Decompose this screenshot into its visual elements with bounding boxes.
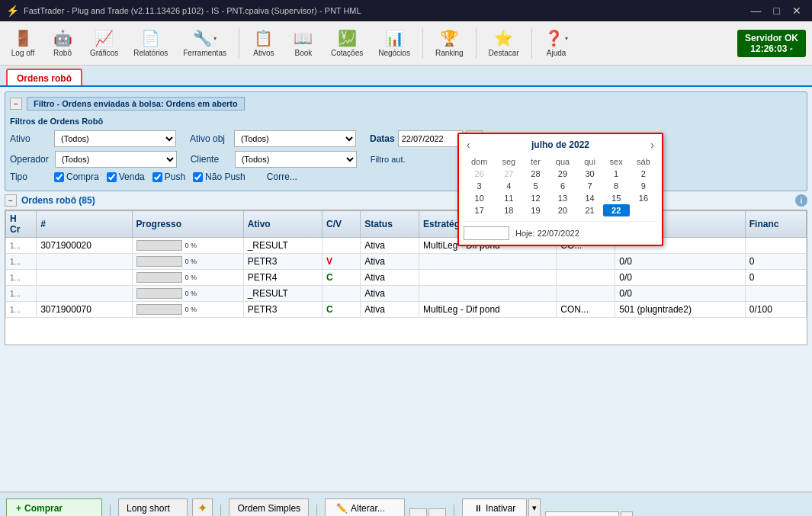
cal-day-cell[interactable]: 17 — [464, 204, 495, 216]
cotacoes-icon: 💹 — [338, 29, 357, 47]
cal-day-cell[interactable]: 14 — [576, 192, 602, 204]
cal-day-cell[interactable]: 30 — [576, 168, 602, 180]
cal-day-cell[interactable]: 27 — [495, 168, 522, 180]
toolbar-ajuda[interactable]: ❓ ▾ Ajuda — [540, 26, 573, 60]
esconder-arrow-btn[interactable]: ▾ — [621, 511, 633, 517]
maximize-button[interactable]: □ — [769, 5, 785, 17]
alterar-button[interactable]: ✏️ Alterar... — [325, 498, 405, 517]
toolbar-graficos[interactable]: 📈 Gráficos — [85, 26, 123, 60]
orders-table-container[interactable]: HCr # Progresso Ativo C/V Status Estraté… — [5, 210, 807, 345]
cal-day-cell[interactable]: 28 — [522, 168, 548, 180]
cal-day-cell[interactable]: 20 — [548, 204, 576, 216]
relatorios-icon: 📄 — [141, 29, 160, 47]
col-ativo: Ativo — [243, 211, 322, 238]
calendar-popup: ‹ julho de 2022 › domsegterquaquisexsáb … — [457, 133, 663, 246]
cell-progress: 0 % — [132, 286, 243, 302]
tipo-label: Tipo — [10, 171, 48, 182]
cliente-select[interactable]: (Todos) — [235, 151, 357, 168]
cal-day-cell[interactable]: 5 — [522, 180, 548, 192]
ordem-simples-button[interactable]: Ordem Simples — [229, 498, 309, 517]
cal-day-cell[interactable]: 1 — [603, 168, 630, 180]
cell-cli — [557, 254, 615, 270]
cal-day-cell[interactable]: 15 — [603, 192, 630, 204]
cal-day-cell[interactable] — [630, 204, 657, 216]
cal-day-cell[interactable]: 22 — [603, 204, 630, 216]
cell-cv: V — [323, 254, 361, 270]
toolbar-ranking[interactable]: 🏆 Ranking — [431, 26, 468, 60]
cal-day-cell[interactable]: 6 — [548, 180, 576, 192]
minimize-button[interactable]: — — [746, 5, 766, 17]
cell-status: Ativa — [361, 270, 419, 286]
ativo-select[interactable]: (Todos) — [54, 130, 176, 147]
operador-select[interactable]: (Todos) — [55, 151, 177, 168]
cal-day-cell[interactable]: 9 — [630, 180, 657, 192]
ativo-obj-select[interactable]: (Todos) — [234, 130, 356, 147]
nav-next-btn[interactable]: ⏭ — [428, 508, 446, 517]
table-row[interactable]: 1... 3071900070 0 % PETR3 C Ativa MultiL… — [6, 302, 807, 318]
col-cv: C/V — [323, 211, 361, 238]
datas-label: Datas — [370, 133, 395, 144]
tab-ordens-robo[interactable]: Ordens robô — [6, 69, 82, 85]
bottom-toolbar: + Comprar — Vender ▾ + Long short Difere… — [0, 492, 812, 516]
table-row[interactable]: 1... 0 % PETR4 C Ativa 0/0 0 — [6, 270, 807, 286]
cell-e: 0/0 — [615, 270, 746, 286]
table-row[interactable]: 1... 0 % _RESULT Ativa 0/0 — [6, 286, 807, 302]
cal-day-cell[interactable]: 12 — [522, 192, 548, 204]
toolbar-book[interactable]: 📖 Book — [287, 26, 320, 60]
inativar-button[interactable]: ⏸ Inativar — [462, 498, 527, 517]
col-hcr: HCr — [6, 211, 37, 238]
close-button[interactable]: ✕ — [788, 5, 806, 17]
buy-button[interactable]: + Comprar — [6, 498, 102, 517]
nav-prev-btn[interactable]: ⏮ — [409, 508, 427, 517]
table-row[interactable]: 1... 3071900020 0 % _RESULT Ativa MultiL… — [6, 238, 807, 254]
cal-day-cell[interactable]: 7 — [576, 180, 602, 192]
title-bar-title: FastTrader - Plug and Trade (v2.11.13426… — [24, 6, 361, 15]
cal-day-cell[interactable]: 11 — [495, 192, 522, 204]
venda-checkbox[interactable] — [107, 172, 117, 182]
inativar-arrow-btn[interactable]: ▾ — [528, 498, 541, 517]
push-checkbox[interactable] — [152, 172, 162, 182]
toolbar-sep-4 — [531, 28, 532, 59]
cell-num: 3071900020 — [37, 238, 132, 254]
nao-push-checkbox[interactable] — [193, 172, 203, 182]
cal-day-cell[interactable]: 18 — [495, 204, 522, 216]
cell-status: Ativa — [361, 238, 419, 254]
toolbar-logoff[interactable]: 🚪 Log off — [6, 26, 40, 60]
main-content: − Filtro - Ordens enviadas à bolsa: Orde… — [0, 87, 812, 492]
today-input[interactable] — [464, 226, 509, 240]
cal-day-cell[interactable]: 16 — [630, 192, 657, 204]
filter-collapse-btn[interactable]: − — [10, 98, 22, 110]
toolbar-relatorios[interactable]: 📄 Relatórios — [129, 26, 172, 60]
cal-next-btn[interactable]: › — [647, 139, 657, 151]
col-financ: Financ — [745, 211, 806, 238]
cal-day-cell[interactable]: 3 — [464, 180, 495, 192]
cal-prev-btn[interactable]: ‹ — [464, 139, 473, 151]
cal-day-cell[interactable]: 19 — [522, 204, 548, 216]
esconder-button[interactable]: 👁 Esconder — [545, 511, 619, 517]
col-status: Status — [361, 211, 419, 238]
cal-day-cell[interactable]: 8 — [603, 180, 630, 192]
cal-day-cell[interactable]: 26 — [464, 168, 495, 180]
cal-day-cell[interactable]: 29 — [548, 168, 576, 180]
cal-day-cell[interactable]: 13 — [548, 192, 576, 204]
cal-day-cell[interactable]: 4 — [495, 180, 522, 192]
compra-checkbox[interactable] — [54, 172, 64, 182]
toolbar-cotacoes[interactable]: 💹 Cotações — [326, 26, 367, 60]
cal-day-cell[interactable]: 10 — [464, 192, 495, 204]
cell-progress: 0 % — [132, 254, 243, 270]
toolbar-ferramentas[interactable]: 🔧 ▾ Ferramentas — [178, 26, 231, 60]
toolbar-negocios[interactable]: 📊 Negócios — [374, 26, 415, 60]
arrow-up-btn[interactable]: ✦ — [192, 498, 213, 517]
cliente-label: Cliente — [191, 154, 229, 165]
toolbar-robo[interactable]: 🤖 Robô — [46, 26, 79, 60]
table-row[interactable]: 1... 0 % PETR3 V Ativa 0/0 0 — [6, 254, 807, 270]
toolbar-destacar[interactable]: ⭐ Destacar — [484, 26, 524, 60]
cell-cv — [323, 238, 361, 254]
long-short-button[interactable]: Long short — [118, 498, 188, 517]
toolbar-ativos[interactable]: 📋 Ativos — [247, 26, 281, 60]
orders-collapse-btn[interactable]: − — [5, 194, 17, 207]
cal-day-cell[interactable]: 2 — [630, 168, 657, 180]
edit-icon: ✏️ — [336, 503, 348, 514]
cal-day-cell[interactable]: 21 — [576, 204, 602, 216]
date-input[interactable] — [398, 130, 463, 147]
